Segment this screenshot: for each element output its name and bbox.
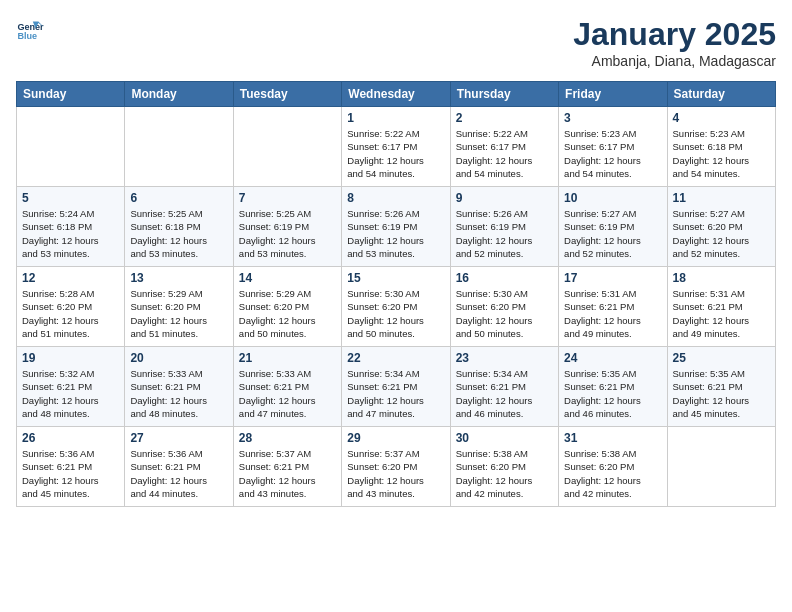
calendar-cell: 19Sunrise: 5:32 AM Sunset: 6:21 PM Dayli… — [17, 347, 125, 427]
svg-text:Blue: Blue — [17, 31, 37, 41]
day-info: Sunrise: 5:34 AM Sunset: 6:21 PM Dayligh… — [456, 367, 553, 420]
day-number: 23 — [456, 351, 553, 365]
header-saturday: Saturday — [667, 82, 775, 107]
calendar-cell: 28Sunrise: 5:37 AM Sunset: 6:21 PM Dayli… — [233, 427, 341, 507]
day-info: Sunrise: 5:25 AM Sunset: 6:19 PM Dayligh… — [239, 207, 336, 260]
day-number: 20 — [130, 351, 227, 365]
day-info: Sunrise: 5:33 AM Sunset: 6:21 PM Dayligh… — [130, 367, 227, 420]
day-info: Sunrise: 5:32 AM Sunset: 6:21 PM Dayligh… — [22, 367, 119, 420]
day-info: Sunrise: 5:23 AM Sunset: 6:17 PM Dayligh… — [564, 127, 661, 180]
calendar-cell: 20Sunrise: 5:33 AM Sunset: 6:21 PM Dayli… — [125, 347, 233, 427]
day-info: Sunrise: 5:29 AM Sunset: 6:20 PM Dayligh… — [130, 287, 227, 340]
calendar-cell: 16Sunrise: 5:30 AM Sunset: 6:20 PM Dayli… — [450, 267, 558, 347]
header-wednesday: Wednesday — [342, 82, 450, 107]
calendar-week-3: 12Sunrise: 5:28 AM Sunset: 6:20 PM Dayli… — [17, 267, 776, 347]
calendar-cell: 9Sunrise: 5:26 AM Sunset: 6:19 PM Daylig… — [450, 187, 558, 267]
calendar-cell: 31Sunrise: 5:38 AM Sunset: 6:20 PM Dayli… — [559, 427, 667, 507]
calendar-cell: 12Sunrise: 5:28 AM Sunset: 6:20 PM Dayli… — [17, 267, 125, 347]
calendar-cell: 10Sunrise: 5:27 AM Sunset: 6:19 PM Dayli… — [559, 187, 667, 267]
day-info: Sunrise: 5:26 AM Sunset: 6:19 PM Dayligh… — [456, 207, 553, 260]
calendar-cell — [233, 107, 341, 187]
day-number: 8 — [347, 191, 444, 205]
day-number: 15 — [347, 271, 444, 285]
calendar-cell: 21Sunrise: 5:33 AM Sunset: 6:21 PM Dayli… — [233, 347, 341, 427]
logo-icon: General Blue — [16, 16, 44, 44]
day-info: Sunrise: 5:22 AM Sunset: 6:17 PM Dayligh… — [347, 127, 444, 180]
day-number: 18 — [673, 271, 770, 285]
day-info: Sunrise: 5:38 AM Sunset: 6:20 PM Dayligh… — [456, 447, 553, 500]
day-number: 2 — [456, 111, 553, 125]
header-sunday: Sunday — [17, 82, 125, 107]
logo: General Blue — [16, 16, 44, 44]
day-number: 16 — [456, 271, 553, 285]
header-monday: Monday — [125, 82, 233, 107]
day-info: Sunrise: 5:31 AM Sunset: 6:21 PM Dayligh… — [564, 287, 661, 340]
day-number: 22 — [347, 351, 444, 365]
day-number: 9 — [456, 191, 553, 205]
calendar-cell: 22Sunrise: 5:34 AM Sunset: 6:21 PM Dayli… — [342, 347, 450, 427]
calendar-cell: 15Sunrise: 5:30 AM Sunset: 6:20 PM Dayli… — [342, 267, 450, 347]
day-info: Sunrise: 5:24 AM Sunset: 6:18 PM Dayligh… — [22, 207, 119, 260]
day-info: Sunrise: 5:27 AM Sunset: 6:19 PM Dayligh… — [564, 207, 661, 260]
page-header: General Blue January 2025 Ambanja, Diana… — [16, 16, 776, 69]
day-number: 4 — [673, 111, 770, 125]
day-info: Sunrise: 5:22 AM Sunset: 6:17 PM Dayligh… — [456, 127, 553, 180]
day-number: 19 — [22, 351, 119, 365]
calendar-cell: 7Sunrise: 5:25 AM Sunset: 6:19 PM Daylig… — [233, 187, 341, 267]
calendar-cell: 24Sunrise: 5:35 AM Sunset: 6:21 PM Dayli… — [559, 347, 667, 427]
calendar-cell: 11Sunrise: 5:27 AM Sunset: 6:20 PM Dayli… — [667, 187, 775, 267]
day-number: 12 — [22, 271, 119, 285]
calendar-week-2: 5Sunrise: 5:24 AM Sunset: 6:18 PM Daylig… — [17, 187, 776, 267]
calendar-cell: 25Sunrise: 5:35 AM Sunset: 6:21 PM Dayli… — [667, 347, 775, 427]
day-info: Sunrise: 5:34 AM Sunset: 6:21 PM Dayligh… — [347, 367, 444, 420]
day-number: 10 — [564, 191, 661, 205]
day-number: 26 — [22, 431, 119, 445]
day-number: 3 — [564, 111, 661, 125]
day-info: Sunrise: 5:30 AM Sunset: 6:20 PM Dayligh… — [347, 287, 444, 340]
day-number: 14 — [239, 271, 336, 285]
day-number: 7 — [239, 191, 336, 205]
calendar-cell: 17Sunrise: 5:31 AM Sunset: 6:21 PM Dayli… — [559, 267, 667, 347]
day-info: Sunrise: 5:37 AM Sunset: 6:21 PM Dayligh… — [239, 447, 336, 500]
calendar-cell — [17, 107, 125, 187]
calendar-cell: 2Sunrise: 5:22 AM Sunset: 6:17 PM Daylig… — [450, 107, 558, 187]
calendar-cell: 18Sunrise: 5:31 AM Sunset: 6:21 PM Dayli… — [667, 267, 775, 347]
calendar-cell — [125, 107, 233, 187]
day-number: 13 — [130, 271, 227, 285]
calendar-cell: 27Sunrise: 5:36 AM Sunset: 6:21 PM Dayli… — [125, 427, 233, 507]
day-info: Sunrise: 5:36 AM Sunset: 6:21 PM Dayligh… — [22, 447, 119, 500]
day-info: Sunrise: 5:28 AM Sunset: 6:20 PM Dayligh… — [22, 287, 119, 340]
day-number: 31 — [564, 431, 661, 445]
title-block: January 2025 Ambanja, Diana, Madagascar — [573, 16, 776, 69]
day-number: 29 — [347, 431, 444, 445]
day-info: Sunrise: 5:31 AM Sunset: 6:21 PM Dayligh… — [673, 287, 770, 340]
calendar-cell: 1Sunrise: 5:22 AM Sunset: 6:17 PM Daylig… — [342, 107, 450, 187]
day-info: Sunrise: 5:33 AM Sunset: 6:21 PM Dayligh… — [239, 367, 336, 420]
month-title: January 2025 — [573, 16, 776, 53]
day-info: Sunrise: 5:36 AM Sunset: 6:21 PM Dayligh… — [130, 447, 227, 500]
day-number: 1 — [347, 111, 444, 125]
header-tuesday: Tuesday — [233, 82, 341, 107]
day-number: 6 — [130, 191, 227, 205]
day-info: Sunrise: 5:30 AM Sunset: 6:20 PM Dayligh… — [456, 287, 553, 340]
day-info: Sunrise: 5:35 AM Sunset: 6:21 PM Dayligh… — [673, 367, 770, 420]
day-number: 11 — [673, 191, 770, 205]
day-info: Sunrise: 5:38 AM Sunset: 6:20 PM Dayligh… — [564, 447, 661, 500]
day-number: 28 — [239, 431, 336, 445]
day-number: 21 — [239, 351, 336, 365]
calendar-week-4: 19Sunrise: 5:32 AM Sunset: 6:21 PM Dayli… — [17, 347, 776, 427]
day-info: Sunrise: 5:35 AM Sunset: 6:21 PM Dayligh… — [564, 367, 661, 420]
day-info: Sunrise: 5:25 AM Sunset: 6:18 PM Dayligh… — [130, 207, 227, 260]
calendar-cell: 29Sunrise: 5:37 AM Sunset: 6:20 PM Dayli… — [342, 427, 450, 507]
day-number: 27 — [130, 431, 227, 445]
calendar-cell: 8Sunrise: 5:26 AM Sunset: 6:19 PM Daylig… — [342, 187, 450, 267]
calendar-cell: 13Sunrise: 5:29 AM Sunset: 6:20 PM Dayli… — [125, 267, 233, 347]
header-friday: Friday — [559, 82, 667, 107]
day-number: 5 — [22, 191, 119, 205]
day-info: Sunrise: 5:27 AM Sunset: 6:20 PM Dayligh… — [673, 207, 770, 260]
calendar-cell: 5Sunrise: 5:24 AM Sunset: 6:18 PM Daylig… — [17, 187, 125, 267]
calendar-week-1: 1Sunrise: 5:22 AM Sunset: 6:17 PM Daylig… — [17, 107, 776, 187]
day-info: Sunrise: 5:37 AM Sunset: 6:20 PM Dayligh… — [347, 447, 444, 500]
day-number: 24 — [564, 351, 661, 365]
day-info: Sunrise: 5:26 AM Sunset: 6:19 PM Dayligh… — [347, 207, 444, 260]
